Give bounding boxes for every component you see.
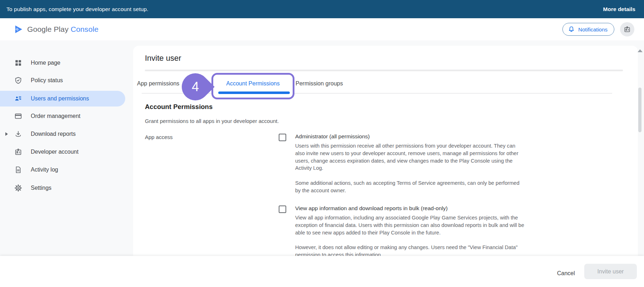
cancel-button[interactable]: Cancel <box>553 267 579 279</box>
annotation-pin: 4 <box>176 68 214 106</box>
scrollbar-thumb[interactable] <box>638 88 641 132</box>
permission-title: View app information and download report… <box>295 205 554 212</box>
sidebar-item-label: Users and permissions <box>31 95 89 102</box>
view-app-info-checkbox[interactable] <box>279 206 286 213</box>
sidebar-item-label: Settings <box>31 185 52 191</box>
permission-row-administrator: Administrator (all permissions) Users wi… <box>279 133 644 194</box>
download-icon <box>14 130 23 138</box>
document-icon <box>14 165 23 174</box>
footer-action-bar: Cancel Invite user <box>0 256 644 287</box>
active-tab-indicator <box>218 91 290 94</box>
id-badge-icon <box>14 148 23 156</box>
setup-banner: To publish apps, complete your developer… <box>0 0 644 18</box>
tab-permission-groups[interactable]: Permission groups <box>296 80 343 87</box>
app-header: Google Play Console Notifications <box>0 18 644 40</box>
permission-description: View all app information, including any … <box>295 214 554 236</box>
expand-caret-icon[interactable] <box>5 132 8 136</box>
permission-text: View app information and download report… <box>295 205 554 259</box>
invite-user-card: Invite user App permissions Account Perm… <box>133 46 638 257</box>
app-access-label: App access <box>145 134 173 140</box>
scrollbar-up-arrow[interactable] <box>638 49 643 52</box>
tab-app-permissions[interactable]: App permissions <box>137 80 179 87</box>
header-divider <box>145 70 623 71</box>
sidebar-item-settings[interactable]: Settings <box>0 180 125 196</box>
developer-account-button[interactable] <box>620 22 634 36</box>
users-icon <box>14 94 23 103</box>
administrator-checkbox[interactable] <box>279 134 286 141</box>
sidebar-item-order-management[interactable]: Order management <box>0 108 125 124</box>
permission-description: Users with this permission receive all o… <box>295 142 554 172</box>
sidebar-item-label: Order management <box>31 113 80 119</box>
banner-message: To publish apps, complete your developer… <box>6 6 148 13</box>
play-logo-icon <box>14 24 24 34</box>
header-actions: Notifications <box>562 22 634 36</box>
more-details-link[interactable]: More details <box>603 6 635 13</box>
brand-logo[interactable]: Google Play Console <box>14 24 98 34</box>
brand-wordmark: Google Play Console <box>27 25 98 34</box>
permission-description: Some additional actions, such as accepti… <box>295 179 554 194</box>
sidebar-item-activity-log[interactable]: Activity log <box>0 162 125 178</box>
section-heading: Account Permissions <box>145 103 213 111</box>
sidebar-item-label: Activity log <box>31 167 58 173</box>
permission-text: Administrator (all permissions) Users wi… <box>295 133 554 194</box>
invite-user-button[interactable]: Invite user <box>584 264 637 279</box>
notifications-label: Notifications <box>578 26 608 33</box>
sidebar-item-home-page[interactable]: Home page <box>0 55 125 71</box>
shield-check-icon <box>14 76 23 85</box>
sidebar-item-download-reports[interactable]: Download reports <box>0 126 125 142</box>
annotation-step-number: 4 <box>192 79 199 94</box>
id-badge-icon <box>624 26 631 33</box>
sidebar-item-label: Home page <box>31 60 60 66</box>
sidebar-item-label: Download reports <box>31 131 75 137</box>
sidebar-item-label: Developer account <box>31 149 78 155</box>
page-title: Invite user <box>145 54 181 63</box>
section-subheading: Grant permissions to all apps in your de… <box>145 118 279 124</box>
gear-icon <box>14 184 23 192</box>
play-console-app: To publish apps, complete your developer… <box>0 0 644 287</box>
permission-title: Administrator (all permissions) <box>295 133 554 140</box>
tab-account-permissions[interactable]: Account Permissions <box>211 80 294 87</box>
notifications-button[interactable]: Notifications <box>562 23 614 36</box>
permission-row-view-app-info: View app information and download report… <box>279 205 644 259</box>
grid-icon <box>14 59 23 67</box>
sidebar-item-developer-account[interactable]: Developer account <box>0 144 125 160</box>
bell-icon <box>568 26 575 33</box>
sidebar-item-policy-status[interactable]: Policy status <box>0 73 125 88</box>
sidebar-item-users-and-permissions[interactable]: Users and permissions <box>0 91 125 107</box>
sidebar-item-label: Policy status <box>31 77 63 84</box>
credit-card-icon <box>14 112 23 120</box>
sidebar-nav: Home page Policy status U <box>0 40 129 256</box>
